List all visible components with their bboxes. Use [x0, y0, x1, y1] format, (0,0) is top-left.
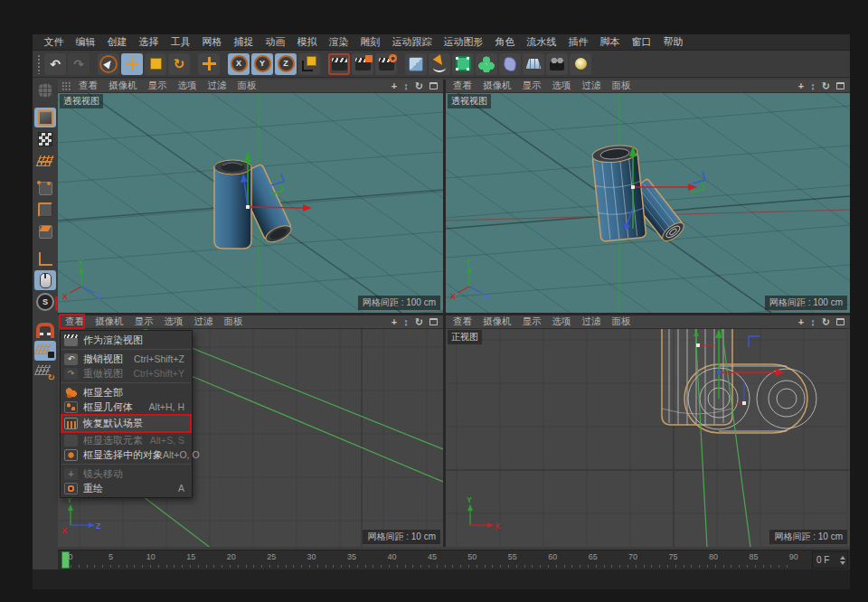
viewport-header-handle[interactable] [61, 81, 71, 91]
viewport-menu-item[interactable]: 面板 [607, 315, 637, 328]
floor-icon[interactable] [523, 53, 544, 75]
menubar-item[interactable]: 雕刻 [354, 35, 386, 49]
menubar-item[interactable]: 工具 [165, 35, 196, 49]
viewport-mouse-icon[interactable] [34, 270, 56, 290]
viewport-menu-item[interactable]: 过滤 [577, 80, 607, 92]
viewport-menu-item[interactable]: 面板 [219, 315, 249, 328]
workplane-lock-icon[interactable] [34, 341, 56, 361]
menubar-item[interactable]: 模拟 [291, 35, 323, 49]
workplane-rotate-icon[interactable]: ↻ [34, 362, 56, 382]
pan-view-icon[interactable]: + [798, 81, 804, 91]
viewport-menu-item[interactable]: 显示 [129, 315, 159, 328]
menu-item-redraw[interactable]: 重绘 A [61, 481, 192, 495]
timeline-ruler[interactable]: 051015202530354045505560657075808590 [58, 550, 810, 569]
viewport-menu-item[interactable]: 查看 [73, 80, 103, 92]
render-settings-icon[interactable] [375, 53, 397, 75]
viewport-menu-item[interactable]: 摄像机 [477, 315, 517, 328]
x-axis-lock-icon[interactable]: X [228, 53, 250, 75]
viewport-menu-item[interactable]: 显示 [517, 80, 547, 92]
orbit-view-icon[interactable]: ↻ [822, 81, 830, 91]
menubar-item[interactable]: 文件 [38, 35, 70, 49]
menu-item-redo-view[interactable]: ↷ 重做视图 Ctrl+Shift+Y [61, 366, 192, 381]
render-view-icon[interactable] [328, 53, 350, 75]
redo-icon[interactable]: ↷ [68, 53, 90, 75]
menubar-item[interactable]: 流水线 [521, 35, 562, 49]
spline-pen-icon[interactable] [429, 53, 450, 75]
viewport-menu-item[interactable]: 查看 [60, 315, 90, 328]
pan-view-icon[interactable]: + [798, 317, 804, 327]
menubar-item[interactable]: 角色 [489, 35, 521, 49]
y-axis-lock-icon[interactable]: Y [251, 53, 273, 75]
maximize-view-icon[interactable] [836, 82, 844, 89]
model-mode-icon[interactable] [34, 108, 56, 127]
orbit-view-icon[interactable]: ↻ [415, 317, 423, 327]
viewport-menu-item[interactable]: 过滤 [189, 315, 219, 328]
pan-view-icon[interactable]: + [392, 317, 397, 327]
viewport-menu-item[interactable]: 选项 [547, 80, 577, 92]
make-editable-icon[interactable] [34, 80, 56, 100]
menu-item-frame-all[interactable]: 框显全部 [61, 385, 192, 400]
menubar-item[interactable]: 动画 [259, 35, 291, 49]
enable-axis-icon[interactable] [34, 249, 56, 268]
deformer-icon[interactable] [499, 53, 521, 75]
viewport-canvas[interactable]: Y X Z 网格间距 : 100 cm [446, 93, 850, 313]
coordinate-system-icon[interactable] [298, 53, 320, 75]
menubar-item[interactable]: 脚本 [594, 35, 626, 49]
menu-item-as-render-view[interactable]: 作为渲染视图 [61, 333, 192, 347]
menubar-item[interactable]: 选择 [133, 35, 165, 49]
render-picture-viewer-icon[interactable] [352, 53, 373, 75]
menu-item-restore-default-scene[interactable]: 恢复默认场景 [61, 414, 192, 433]
polygons-mode-icon[interactable] [34, 221, 56, 241]
snap-magnet-icon[interactable] [34, 319, 56, 339]
workplane-mode-icon[interactable] [34, 151, 56, 171]
move-tool-icon[interactable] [121, 53, 143, 75]
maximize-view-icon[interactable] [429, 318, 438, 325]
undo-icon[interactable]: ↶ [44, 53, 66, 75]
frame-stepper-icon[interactable] [839, 555, 845, 566]
menubar-item[interactable]: 帮助 [657, 35, 689, 49]
viewport-menu-item[interactable]: 查看 [448, 80, 477, 92]
menubar-item[interactable]: 运动跟踪 [386, 35, 438, 49]
dolly-view-icon[interactable]: ↕ [810, 81, 816, 91]
menubar-item[interactable]: 网格 [196, 35, 228, 49]
menubar-item[interactable]: 插件 [562, 35, 594, 49]
orbit-view-icon[interactable]: ↻ [822, 317, 830, 327]
subdivision-surface-icon[interactable] [452, 53, 474, 75]
z-axis-lock-icon[interactable]: Z [275, 53, 297, 75]
viewport-menu-item[interactable]: 摄像机 [103, 80, 143, 92]
dolly-view-icon[interactable]: ↕ [810, 317, 816, 327]
add-cube-icon[interactable] [405, 53, 427, 75]
solo-mode-icon[interactable]: S [34, 292, 56, 312]
menubar-item[interactable]: 运动图形 [438, 35, 489, 49]
toolbar-drag-handle[interactable] [37, 54, 41, 74]
scale-tool-icon[interactable] [145, 53, 166, 75]
orbit-view-icon[interactable]: ↻ [415, 81, 423, 91]
menubar-item[interactable]: 窗口 [626, 35, 657, 49]
viewport-menu-item[interactable]: 摄像机 [90, 315, 129, 328]
viewport-menu-item[interactable]: 面板 [232, 80, 262, 92]
texture-mode-icon[interactable] [34, 129, 56, 149]
last-used-tool-icon[interactable] [198, 53, 220, 75]
frame-counter-field[interactable]: 0 F [812, 551, 848, 569]
menu-item-frame-selected-objects[interactable]: 框显选择中的对象 Alt+O, O [61, 447, 192, 462]
cloner-icon[interactable] [476, 53, 497, 75]
live-selection-icon[interactable] [98, 53, 119, 75]
points-mode-icon[interactable] [34, 178, 56, 198]
viewport-menu-item[interactable]: 面板 [607, 80, 637, 92]
rotate-tool-icon[interactable]: ↻ [168, 53, 190, 75]
edges-mode-icon[interactable] [34, 200, 56, 220]
viewport-menu-item[interactable]: 过滤 [577, 315, 607, 328]
viewport-menu-item[interactable]: 摄像机 [477, 80, 517, 92]
maximize-view-icon[interactable] [836, 318, 844, 325]
menubar-item[interactable]: 捕捉 [228, 35, 259, 49]
menu-item-frame-geometry[interactable]: 框显几何体 Alt+H, H [61, 400, 192, 414]
dolly-view-icon[interactable]: ↕ [403, 317, 409, 327]
viewport-menu-item[interactable]: 显示 [517, 315, 547, 328]
viewport-canvas[interactable]: Y X Z 网格间距 : 100 cm [58, 93, 443, 313]
menubar-item[interactable]: 创建 [101, 35, 133, 49]
maximize-view-icon[interactable] [429, 82, 438, 89]
viewport-menu-item[interactable]: 过滤 [203, 80, 232, 92]
viewport-menu-item[interactable]: 显示 [143, 80, 173, 92]
dolly-view-icon[interactable]: ↕ [403, 81, 409, 91]
menu-item-frame-selected-elements[interactable]: 框显选取元素 Alt+S, S [61, 433, 192, 447]
